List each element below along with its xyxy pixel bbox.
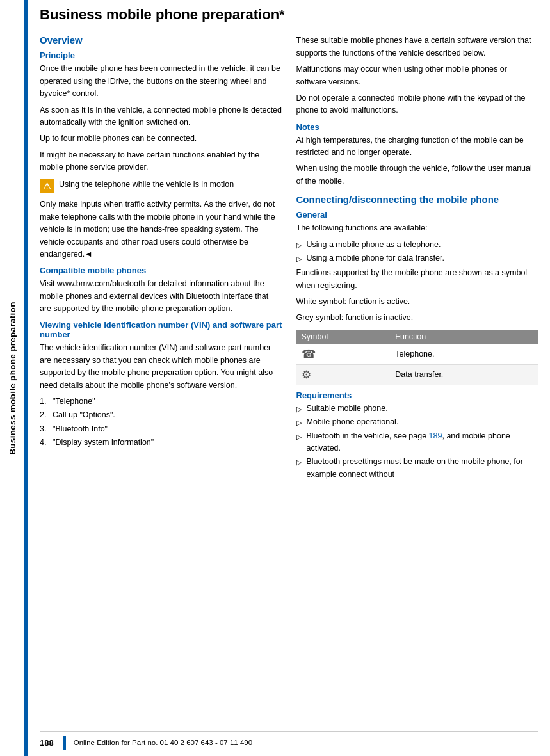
table-header-function: Function [390, 330, 538, 344]
notes-heading: Notes [296, 122, 539, 132]
table-header-symbol: Symbol [296, 330, 391, 344]
list-item-text: "Bluetooth Info" [53, 423, 108, 435]
arrow-list: ▷ Using a mobile phone as a telephone. ▷… [296, 239, 539, 265]
symbol-table: Symbol Function ☎ Telephone. [296, 330, 539, 385]
arrow-icon: ▷ [296, 417, 304, 428]
compatible-heading: Compatible mobile phones [40, 266, 282, 275]
list-item: ▷ Bluetooth in the vehicle, see page 189… [296, 430, 539, 455]
page-link: 189 [429, 431, 442, 440]
list-num: 2. [40, 409, 50, 421]
page-title: Business mobile phone preparation* [40, 6, 538, 23]
main-content: Business mobile phone preparation* Overv… [28, 0, 550, 756]
principle-p3: Up to four mobile phones can be connecte… [40, 133, 282, 145]
right-column: These suitable mobile phones have a cert… [296, 35, 539, 723]
list-item: ▷ Using a mobile phone for data transfer… [296, 252, 539, 264]
right-p2: Malfunctions may occur when using other … [296, 63, 539, 88]
warning-icon: ⚠ [40, 179, 54, 193]
principle-p5: Only make inputs when traffic activity p… [40, 198, 282, 261]
general-heading: General [296, 210, 539, 220]
list-item: ▷ Suitable mobile phone. [296, 403, 539, 415]
table-cell-symbol: ☎ [296, 344, 391, 365]
warning-symbol: ⚠ [43, 181, 51, 191]
list-item-text: Bluetooth presettings must be made on th… [307, 456, 539, 481]
requirements-list: ▷ Suitable mobile phone. ▷ Mobile phone … [296, 403, 539, 481]
page-wrapper: Business mobile phone preparation Busine… [0, 0, 550, 756]
right-p1: These suitable mobile phones have a cert… [296, 35, 539, 60]
list-item: 1. "Telephone" [40, 396, 282, 408]
connecting-heading: Connecting/disconnecting the mobile phon… [296, 194, 539, 205]
sidebar-tab: Business mobile phone preparation [0, 0, 24, 756]
principle-p4: It might be necessary to have certain fu… [40, 149, 282, 174]
list-item: ▷ Mobile phone operational. [296, 416, 539, 428]
left-column: Overview Principle Once the mobile phone… [40, 35, 282, 723]
requirements-heading: Requirements [296, 390, 539, 400]
list-item: ▷ Bluetooth presettings must be made on … [296, 456, 539, 481]
arrow-icon: ▷ [296, 404, 304, 415]
right-p3: Do not operate a connected mobile phone … [296, 92, 539, 117]
table-cell-symbol: ⚙ [296, 364, 391, 385]
numbered-list: 1. "Telephone" 2. Call up "Options". 3. … [40, 396, 282, 449]
list-item: 4. "Display system information" [40, 437, 282, 449]
list-item-text: "Telephone" [53, 396, 95, 408]
sidebar-label: Business mobile phone preparation [8, 302, 17, 454]
footer-blue-bar [63, 736, 66, 750]
list-item-text: Using a mobile phone as a telephone. [307, 239, 441, 251]
list-num: 4. [40, 437, 50, 449]
table-cell-function: Data transfer. [390, 364, 538, 385]
general-p3: White symbol: function is active. [296, 296, 539, 308]
footer-text: Online Edition for Part no. 01 40 2 607 … [74, 739, 252, 746]
principle-p2: As soon as it is in the vehicle, a conne… [40, 104, 282, 129]
principle-heading: Principle [40, 51, 282, 60]
warning-text: Using the telephone while the vehicle is… [59, 179, 234, 191]
notes-p2: When using the mobile through the vehicl… [296, 163, 539, 188]
list-item-text: "Display system information" [53, 437, 154, 449]
list-item-text: Mobile phone operational. [307, 416, 399, 428]
compatible-p1: Visit www.bmw.com/bluetooth for detailed… [40, 278, 282, 315]
vin-heading: Viewing vehicle identification number (V… [40, 320, 282, 339]
list-item-text: Bluetooth in the vehicle, see page 189, … [307, 430, 539, 455]
list-item-text: Suitable mobile phone. [307, 403, 388, 415]
overview-heading: Overview [40, 35, 282, 45]
arrow-icon: ▷ [296, 253, 304, 264]
phone-icon: ☎ [302, 348, 316, 360]
list-num: 3. [40, 423, 50, 435]
list-item: 3. "Bluetooth Info" [40, 423, 282, 435]
general-p2: Functions supported by the mobile phone … [296, 267, 539, 292]
general-p1: The following functions are available: [296, 222, 539, 234]
notes-p1: At high temperatures, the charging funct… [296, 134, 539, 159]
vin-p1: The vehicle identification number (VIN) … [40, 342, 282, 392]
list-item: 2. Call up "Options". [40, 409, 282, 421]
warning-box: ⚠ Using the telephone while the vehicle … [40, 179, 282, 193]
list-num: 1. [40, 396, 50, 408]
table-row: ☎ Telephone. [296, 344, 539, 365]
arrow-icon: ▷ [296, 457, 304, 481]
page-footer: 188 Online Edition for Part no. 01 40 2 … [40, 731, 538, 750]
two-column-layout: Overview Principle Once the mobile phone… [40, 35, 538, 723]
data-transfer-icon: ⚙ [302, 369, 311, 381]
general-p4: Grey symbol: function is inactive. [296, 312, 539, 324]
arrow-icon: ▷ [296, 240, 304, 251]
list-item-text: Call up "Options". [53, 409, 115, 421]
list-item-text: Using a mobile phone for data transfer. [307, 252, 444, 264]
arrow-icon: ▷ [296, 431, 304, 455]
principle-p1: Once the mobile phone has been connected… [40, 63, 282, 100]
table-cell-function: Telephone. [390, 344, 538, 365]
table-row: ⚙ Data transfer. [296, 364, 539, 385]
list-item: ▷ Using a mobile phone as a telephone. [296, 239, 539, 251]
page-number: 188 [40, 738, 54, 748]
